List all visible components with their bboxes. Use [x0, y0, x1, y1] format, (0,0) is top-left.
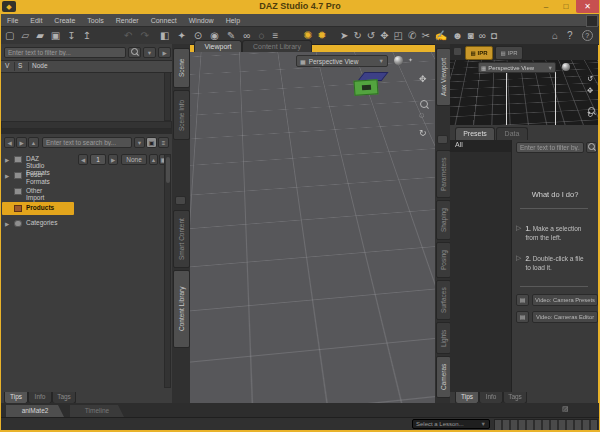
minimize-button[interactable]: –: [536, 0, 556, 13]
dock-pin-icon[interactable]: [437, 135, 448, 144]
link-tool-icon[interactable]: ∞: [479, 27, 486, 44]
create-primitive-icon[interactable]: ◧: [160, 27, 169, 44]
dolly-view-icon[interactable]: ↺: [587, 74, 593, 83]
home-icon[interactable]: ⌂: [552, 27, 558, 44]
menu-window[interactable]: Window: [183, 17, 220, 24]
tab-shaping[interactable]: Shaping: [436, 200, 451, 240]
scroll-thumb[interactable]: [166, 157, 170, 183]
expand-icon[interactable]: ▶: [5, 157, 9, 163]
shaded-sphere-icon[interactable]: [394, 56, 403, 65]
universal-tool-icon[interactable]: ✆: [408, 27, 416, 44]
library-search-options-button[interactable]: ▼: [134, 137, 145, 148]
menu-create[interactable]: Create: [48, 17, 81, 24]
render-tool-icon[interactable]: ◘: [491, 27, 497, 44]
library-search-input[interactable]: [42, 137, 132, 148]
active-tool-b-icon[interactable]: ✹: [317, 27, 326, 44]
help-icon[interactable]: ?: [582, 30, 593, 41]
aux-pane-icon[interactable]: [453, 47, 462, 56]
tab-content-library[interactable]: Content Library: [173, 270, 190, 348]
scene-pane-menu-button[interactable]: ▶: [158, 47, 171, 58]
presets-search-button[interactable]: [586, 142, 597, 153]
menu-help[interactable]: Help: [220, 17, 246, 24]
orbit-tool-icon[interactable]: ↺: [367, 27, 375, 44]
library-forward-button[interactable]: ▶: [16, 137, 27, 148]
tab-scene[interactable]: Scene: [173, 48, 190, 88]
tab-presets[interactable]: Presets: [455, 127, 495, 140]
menu-connect[interactable]: Connect: [145, 17, 183, 24]
maximize-button[interactable]: □: [556, 0, 576, 13]
video-icon[interactable]: ▤: [516, 311, 529, 323]
tab-smart-content[interactable]: Smart Content: [173, 210, 190, 268]
video-camera-presets-button[interactable]: Video: Camera Presets: [532, 294, 598, 306]
whats-this-icon[interactable]: ?: [567, 27, 573, 44]
rotate-tool-icon[interactable]: ↻: [353, 27, 361, 44]
library-up-button[interactable]: ▲: [28, 137, 39, 148]
tree-label[interactable]: Categories: [26, 219, 57, 226]
viewport-options-icon[interactable]: ✦: [408, 56, 413, 63]
tab-lights[interactable]: Lights: [436, 322, 451, 354]
category-all[interactable]: All: [450, 140, 511, 152]
menu-file[interactable]: File: [1, 17, 24, 24]
tab-posing[interactable]: Posing: [436, 242, 451, 278]
import-file-icon[interactable]: ↧: [67, 27, 75, 44]
menu-tools[interactable]: Tools: [81, 17, 109, 24]
ipr-button-inactive[interactable]: ▦ IPR: [495, 46, 523, 60]
menu-edit[interactable]: Edit: [24, 17, 48, 24]
menu-render[interactable]: Render: [110, 17, 145, 24]
tab-scene-info[interactable]: Scene Info: [173, 90, 190, 140]
library-pane-menu-button[interactable]: ≡: [158, 137, 169, 148]
open-recent-icon[interactable]: ▰: [36, 27, 44, 44]
tab-timeline[interactable]: Timeline: [70, 405, 124, 417]
tab-surfaces[interactable]: Surfaces: [436, 280, 451, 320]
tab-parameters[interactable]: Parameters: [436, 150, 451, 198]
aux-camera-view-dropdown[interactable]: ▦ Perspective View ▼: [478, 62, 556, 73]
camera-view-dropdown[interactable]: ▦ Perspective View ▼: [296, 55, 388, 67]
export-file-icon[interactable]: ↥: [83, 27, 91, 44]
cut-tool-icon[interactable]: ✂: [421, 27, 429, 44]
node-selection-tool-icon[interactable]: ➤: [340, 27, 348, 44]
library-view-toggle-button[interactable]: ▣: [146, 137, 157, 148]
scene-filter-input[interactable]: [4, 47, 126, 58]
scene-filter-options-button[interactable]: ▼: [143, 47, 156, 58]
frame-view-icon[interactable]: ◌: [419, 110, 424, 120]
sort-direction-button[interactable]: ▲: [149, 154, 158, 165]
lesson-dropdown[interactable]: Select a Lesson... ▼: [412, 419, 490, 429]
save-file-icon[interactable]: ▣: [51, 27, 60, 44]
scale-tool-icon[interactable]: ◰: [394, 27, 403, 44]
viewport-3d[interactable]: ▦ Perspective View ▼ ✦ ✥ ◌ ↻: [190, 52, 435, 403]
tab-data[interactable]: Data: [496, 127, 528, 140]
redo-icon[interactable]: ↷: [140, 27, 148, 44]
figure-tool-icon[interactable]: ☻: [452, 27, 463, 44]
scene-hscrollbar[interactable]: [1, 121, 172, 129]
pan-view-icon[interactable]: ✥: [419, 74, 427, 84]
column-selectable[interactable]: S: [18, 62, 22, 69]
aux-viewport-3d[interactable]: ▦ Perspective View ▼ ↺ ✥ ↻: [450, 60, 598, 125]
translate-tool-icon[interactable]: ✥: [380, 27, 388, 44]
tree-label[interactable]: Products: [26, 204, 54, 211]
sort-mode-dropdown[interactable]: None: [121, 154, 147, 165]
page-next-button[interactable]: ▶: [108, 154, 118, 165]
library-back-button[interactable]: ◀: [4, 137, 15, 148]
shaded-sphere-icon[interactable]: [562, 63, 570, 71]
column-node[interactable]: Node: [32, 62, 48, 69]
video-icon[interactable]: ▤: [516, 294, 529, 306]
tab-animate2[interactable]: aniMate2: [6, 405, 64, 417]
page-number-field[interactable]: 1: [90, 154, 106, 165]
camera-tool-icon[interactable]: ◙: [468, 27, 474, 44]
posing-tool-icon[interactable]: ✍: [435, 27, 447, 44]
tree-label[interactable]: Poser Formats: [26, 171, 50, 185]
ipr-button-active[interactable]: ▦ IPR: [465, 46, 493, 60]
rotate-view-icon[interactable]: ↻: [587, 110, 593, 119]
expand-icon[interactable]: ▶: [5, 173, 9, 179]
menu-corner-icon[interactable]: [586, 15, 598, 27]
undo-icon[interactable]: ↶: [124, 27, 132, 44]
pan-view-icon[interactable]: ✥: [587, 86, 593, 95]
presets-filter-input[interactable]: [516, 142, 584, 153]
page-prev-button[interactable]: ◀: [78, 154, 88, 165]
close-button[interactable]: ✕: [576, 0, 599, 13]
world-axis-cube[interactable]: [354, 72, 386, 100]
open-file-icon[interactable]: ▱: [21, 27, 29, 44]
tab-aux-viewport[interactable]: Aux Viewport: [436, 48, 451, 106]
pane-menu-icon[interactable]: ▨: [562, 405, 569, 413]
powerpose-icon[interactable]: ✦: [177, 27, 185, 44]
